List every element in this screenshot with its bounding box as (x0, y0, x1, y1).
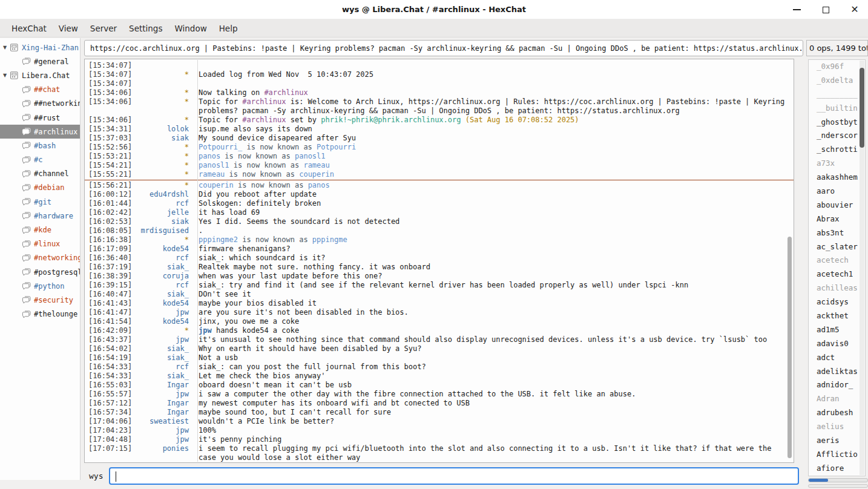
channel-icon (22, 128, 31, 136)
tree-server-xing-hai-zhan[interactable]: ▼Xing-Hai-Zhan (0, 41, 80, 54)
chat-nick: jpw (133, 435, 194, 444)
chat-message-segment: hands kode54 a coke (212, 326, 300, 335)
chat-message-segment: panosl1 (199, 161, 229, 169)
tree-channel-chat[interactable]: ##chat (0, 83, 80, 97)
chat-line: [17:04:23]jpw100% (85, 426, 794, 435)
userlist-item[interactable]: abouvier (809, 199, 865, 212)
userlist-item[interactable]: acidsys (809, 295, 865, 309)
userlist-item[interactable]: aaro (809, 185, 865, 199)
chat-timestamp: [15:34:07] (85, 79, 133, 88)
chat-message-text: My sound device disapeared after Syu (194, 134, 794, 143)
chat-event-star: * (133, 70, 194, 79)
chat-message-text: i seem to recall plugging my pci wifi/bl… (194, 444, 794, 462)
userlist-item[interactable]: _nderscor (809, 129, 865, 143)
userlist-item[interactable]: Adran (809, 392, 865, 406)
topic-bar[interactable]: https://coc.archlinux.org | Pastebins: !… (84, 40, 803, 56)
userlist-item[interactable]: ackthet (809, 309, 865, 323)
minimize-button[interactable] (792, 5, 801, 15)
chat-nick: rcf (133, 281, 194, 290)
tree-channel-rust[interactable]: ##rust (0, 111, 80, 125)
userlist-item[interactable]: adeliktas (809, 365, 865, 379)
tree-server-libera.chat[interactable]: ▼Libera.Chat (0, 68, 80, 82)
chat-timestamp: [16:54:02] (85, 344, 133, 353)
chat-message-text: Topic for #archlinux set by phrik!~phrik… (194, 116, 794, 125)
userlist-scrollbar[interactable] (860, 68, 864, 148)
chat-scrollbar[interactable] (787, 237, 792, 458)
chat-nick: jelle (133, 208, 194, 217)
chat-message-segment: pppingme2 (199, 235, 238, 244)
userlist-item[interactable]: abs3nt (809, 226, 865, 240)
tree-channel-security[interactable]: #security (0, 293, 80, 307)
expander-icon[interactable]: ▼ (0, 73, 10, 78)
chat-event-star: * (133, 161, 194, 170)
userlist-item[interactable]: _ghostbyt (809, 116, 865, 130)
userlist-item[interactable]: _0x96f (809, 60, 865, 74)
tree-channel-networking[interactable]: ##networking (0, 97, 80, 111)
userlist-item[interactable]: _schrotti (809, 143, 865, 157)
chat-line: [15:56:21]*couperin is now known as pano… (85, 181, 794, 190)
userlist-item[interactable]: Afflictio (809, 448, 865, 462)
tree-channel-git[interactable]: #git (0, 195, 80, 209)
chat-event-star: * (133, 170, 194, 179)
tree-channel-bash[interactable]: #bash (0, 139, 80, 153)
tree-item-label: Libera.Chat (22, 71, 70, 80)
tree-channel-general[interactable]: #general (0, 54, 80, 68)
userlist-item[interactable]: Abrax (809, 212, 865, 226)
userlist-item[interactable]: afiore (809, 462, 865, 476)
chat-message-text: it's unusual to see nothing since that c… (194, 335, 794, 344)
chat-line: [15:34:07]*Loaded log from Wed Nov 5 10:… (85, 70, 794, 79)
tree-channel-thelounge[interactable]: #thelounge (0, 307, 80, 321)
userlist-item[interactable]: acetech (809, 254, 865, 267)
menu-item-view[interactable]: View (53, 19, 84, 37)
userlist-item[interactable]: ac_slater (809, 240, 865, 254)
chat-message-segment: couperin (299, 170, 334, 179)
chat-timestamp: [15:53:21] (85, 152, 133, 161)
message-input-box[interactable] (109, 467, 799, 485)
userlist-item[interactable]: aeris (809, 434, 865, 448)
tree-channel-hardware[interactable]: #hardware (0, 209, 80, 223)
menu-item-help[interactable]: Help (213, 19, 244, 37)
chat-timestamp: [17:07:15] (85, 444, 133, 453)
userlist-item[interactable]: aelius (809, 420, 865, 434)
chat-area[interactable]: [15:34:07][15:34:07]*Loaded log from Wed… (84, 59, 794, 463)
message-input[interactable] (115, 468, 798, 484)
userlist-item[interactable]: _0xdelta (809, 74, 865, 88)
chat-message-text: Let me check the bios anyway' (194, 372, 794, 381)
maximize-button[interactable] (821, 5, 830, 15)
userlist-item[interactable]: _________ (809, 88, 865, 102)
userlist-item[interactable]: acetech1 (809, 267, 865, 281)
chat-line: [15:55:21]*rameau is now known as couper… (85, 170, 794, 179)
userlist-item[interactable]: ad1m5 (809, 323, 865, 337)
userlist-item[interactable]: adrubesh (809, 406, 865, 420)
userlist-item[interactable]: adct (809, 351, 865, 365)
tree-channel-channel[interactable]: #channel (0, 167, 80, 181)
chat-message-text: it's penny pinching (194, 435, 794, 444)
tree-channel-python[interactable]: #python (0, 279, 80, 293)
tree-channel-networking[interactable]: #networking (0, 251, 80, 265)
channel-icon (22, 142, 31, 149)
menu-item-window[interactable]: Window (168, 19, 212, 37)
close-button[interactable]: ✕ (850, 5, 860, 15)
tree-channel-linux[interactable]: #linux (0, 237, 80, 251)
userlist-item[interactable]: a73x (809, 157, 865, 171)
chat-nick: rcf (133, 363, 194, 372)
tree-channel-postgresql[interactable]: #postgresql (0, 265, 80, 279)
userlist-item[interactable]: adavis0 (809, 337, 865, 351)
chat-timestamp: [16:40:47] (85, 290, 133, 299)
userlist-item[interactable]: achilleas (809, 281, 865, 295)
lag-meter (808, 478, 868, 482)
tree-channel-archlinux[interactable]: #archlinux (0, 125, 80, 139)
tree-channel-c[interactable]: #c (0, 153, 80, 167)
tree-channel-debian[interactable]: #debian (0, 181, 80, 195)
topic-text: https://coc.archlinux.org | Pastebins: !… (90, 44, 803, 53)
menu-item-settings[interactable]: Settings (123, 19, 168, 37)
tree-channel-kde[interactable]: #kde (0, 223, 80, 237)
userlist-item[interactable]: aakashhem (809, 171, 865, 185)
menu-item-hexchat[interactable]: HexChat (5, 19, 53, 37)
expander-icon[interactable]: ▼ (0, 45, 10, 50)
chat-message-text: firmware shenanigans? (194, 244, 794, 254)
userlist-item[interactable]: __builtin (809, 102, 865, 116)
userlist-item[interactable]: adnidor_ (809, 378, 865, 392)
chat-timestamp: [15:34:06] (85, 97, 133, 107)
menu-item-server[interactable]: Server (84, 19, 123, 37)
